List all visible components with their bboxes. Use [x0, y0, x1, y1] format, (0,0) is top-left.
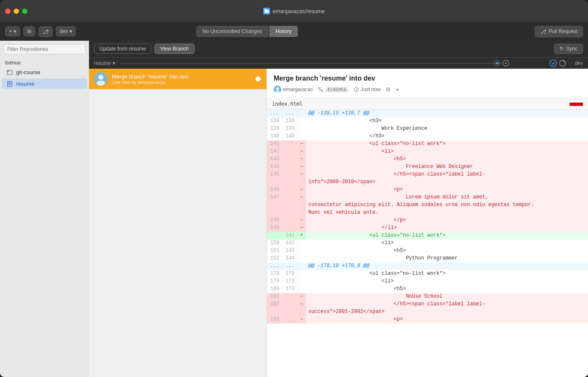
title-bar: emanjavacas/resume — [0, 0, 588, 22]
diff-deleted-row: 144 − Freelance Web Designer — [267, 163, 588, 171]
pull-request-button[interactable]: ⎇ Pull Request — [535, 26, 583, 37]
sync-icon: ↻ — [560, 46, 564, 52]
line-num-left: ... — [267, 110, 282, 117]
spinner-icon — [559, 59, 566, 67]
diff-deleted-row: 149 − </li> — [267, 224, 588, 232]
author-name: emanjavacas — [283, 87, 313, 92]
hash-meta: 414605b — [318, 87, 349, 93]
svg-point-22 — [321, 90, 323, 92]
repo-icon — [7, 70, 13, 75]
diff-line-row: 152 144 Python Programmer — [267, 255, 588, 263]
repo-folder-icon — [263, 8, 270, 14]
branch-dropdown-icon: ▾ — [69, 28, 72, 34]
svg-rect-2 — [7, 70, 12, 75]
commit-item[interactable]: Merge branch 'resume' into dev Just now … — [89, 69, 266, 89]
commit-detail-meta: emanjavacas 414605b — [274, 86, 581, 93]
commit-time: Just now — [361, 87, 380, 92]
action-bar: Update from resume View Branch ↻ Sync — [89, 41, 588, 57]
window-title: emanjavacas/resume — [263, 8, 325, 14]
action-bar-right: ↻ Sync — [554, 44, 583, 54]
add-button[interactable]: + ▾ — [5, 26, 20, 36]
diff-deleted-row: 181 − NoUse School — [267, 293, 588, 301]
options-dropdown-icon: ▾ — [396, 87, 399, 92]
svg-rect-1 — [264, 9, 266, 10]
diff-hunk-row: ... ... @@ -138,15 +138,7 @@ — [267, 110, 588, 117]
filter-repos-input[interactable] — [3, 44, 86, 54]
toolbar-center: No Uncommitted Changes History — [196, 26, 298, 37]
maximize-button[interactable] — [22, 8, 28, 14]
dev-branch-label: dev — [575, 60, 583, 66]
diff-deleted-row: 183 − <p> — [267, 316, 588, 324]
repo-active-icon — [7, 81, 13, 87]
diff-deleted-row: 141 − <ul class="no-list work"> — [267, 140, 588, 148]
diff-line-row: 150 142 <li> — [267, 240, 588, 247]
author-meta: emanjavacas — [274, 86, 313, 93]
diff-hunk-row: ... ... @@ -178,16 +170,8 @@ — [267, 263, 588, 270]
commit-options-button[interactable]: ⚙ — [386, 86, 391, 93]
add-icon: + — [9, 28, 12, 34]
svg-rect-3 — [7, 70, 9, 72]
svg-point-17 — [97, 81, 105, 86]
sidebar-item-label: git-course — [16, 69, 40, 75]
svg-point-12 — [505, 62, 507, 64]
update-from-resume-button[interactable]: Update from resume — [94, 44, 151, 54]
branch-graph — [120, 59, 544, 67]
file-name: index.html — [272, 101, 302, 107]
sync-button[interactable]: ↻ Sync — [554, 44, 583, 54]
diff-deleted-row: consectetur adipiscing elit. Aliquam sod… — [267, 201, 588, 209]
commit-list: Merge branch 'resume' into dev Just now … — [89, 69, 266, 89]
svg-point-10 — [496, 62, 499, 64]
close-button[interactable] — [5, 8, 11, 14]
svg-rect-0 — [264, 10, 269, 13]
layout-button[interactable]: ⊞ — [23, 26, 35, 36]
diff-line-row: 140 140 </h3> — [267, 133, 588, 140]
diff-deleted-row: 147 − Lorem ipsum dolor sit amet, — [267, 194, 588, 201]
branch-name: dev — [60, 28, 68, 34]
branch-merge-button[interactable]: ⎇ — [39, 26, 53, 37]
svg-point-14 — [560, 60, 566, 66]
svg-point-19 — [276, 87, 279, 90]
diff-line-row: 138 138 <h3> — [267, 117, 588, 125]
branch-arrow-icon: ▾ — [113, 60, 115, 66]
diff-deleted-row: 142 − <li> — [267, 148, 588, 156]
sidebar-section-label: GitHub — [0, 58, 89, 67]
hunk2-label: @@ -178,16 +170,8 @@ — [306, 263, 588, 270]
diff-deleted-row: 143 − <h5> — [267, 156, 588, 163]
diff-line-row: 180 172 <h5> — [267, 285, 588, 293]
file-header: index.html ■■■■ — [267, 98, 588, 110]
diff-line-row: 151 143 <h5> — [267, 247, 588, 255]
diff-deleted-row: 145 − </h5><span class="label label- — [267, 171, 588, 179]
sidebar-item-git-course[interactable]: git-course — [2, 67, 87, 78]
add-dropdown-icon: ▾ — [14, 28, 16, 34]
svg-point-16 — [98, 75, 103, 80]
expand-icon[interactable]: ■■■■ — [570, 101, 583, 107]
sidebar-item-resume[interactable]: resume — [2, 78, 87, 89]
tab-no-uncommitted[interactable]: No Uncommitted Changes — [196, 26, 269, 37]
commit-meta: Just now by emanjavacas — [112, 80, 250, 85]
content-area: Update from resume View Branch ↻ Sync re… — [89, 41, 588, 377]
diff-deleted-row: 148 − </p> — [267, 217, 588, 224]
main-layout: GitHub git-course resume Update from res… — [0, 41, 588, 377]
minimize-button[interactable] — [14, 8, 19, 14]
diff-table: ... ... @@ -138,15 +138,7 @@ 138 138 <h3… — [267, 110, 588, 324]
pull-request-icon: ⎇ — [540, 28, 546, 35]
diff-deleted-row: Nunc vel vehicula ante. — [267, 209, 588, 217]
branch-selector[interactable]: dev ▾ — [56, 26, 76, 36]
diff-deleted-row: 182 − </h5><span class="label label- — [267, 301, 588, 308]
time-meta: Just now — [354, 87, 380, 92]
sync-label: Sync — [566, 46, 577, 52]
cloud-icon — [549, 59, 557, 67]
commit-detail-title: Merge branch 'resume' into dev — [274, 75, 581, 82]
svg-line-27 — [356, 90, 358, 91]
svg-point-13 — [550, 60, 557, 67]
diff-line-row: 139 139 Work Experience — [267, 125, 588, 133]
diff-line-row: 179 171 <li> — [267, 278, 588, 285]
diff-deleted-row: 146 − <p> — [267, 186, 588, 194]
commit-info: Merge branch 'resume' into dev Just now … — [112, 73, 250, 85]
commit-title: Merge branch 'resume' into dev — [112, 73, 250, 80]
history-right: Merge branch 'resume' into dev emanjavac… — [267, 69, 588, 377]
commit-hash: 414605b — [325, 87, 349, 93]
branch-bar: resume ▾ — [89, 57, 588, 69]
tab-history[interactable]: History — [269, 26, 298, 37]
view-branch-button[interactable]: View Branch — [155, 44, 194, 54]
